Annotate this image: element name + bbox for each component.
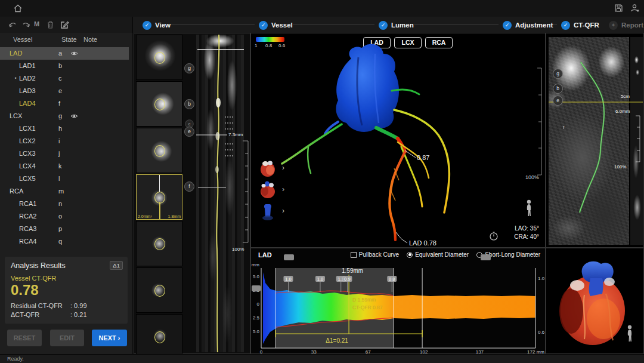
zoom-level-label: 100% [525, 174, 539, 180]
reset-button[interactable]: RESET [7, 330, 42, 346]
coronary-tree-render[interactable]: 0.87 LAD 0.78 [251, 33, 546, 248]
vessel-tree-3d-view[interactable]: 1 0.8 0.6 LAD LCX RCA [250, 33, 546, 248]
vessel-state: q [58, 235, 62, 248]
lesion-diameter-text: D 1.59mm [352, 297, 376, 303]
tab-view[interactable]: ✓ View [143, 19, 171, 31]
branch-badge-b[interactable]: b [553, 84, 563, 94]
branch-badge-e[interactable]: e [553, 96, 563, 106]
vessel-state: f [58, 97, 60, 110]
svg-text:1.0: 1.0 [538, 276, 545, 281]
vessel-path[interactable] [580, 62, 604, 213]
vessel-state: c [58, 72, 62, 85]
zoom-level-label: 100% [614, 164, 626, 170]
branch-label-f: f [563, 125, 564, 130]
redo-icon[interactable] [21, 20, 31, 30]
cross-section-thumb-3[interactable] [136, 128, 182, 173]
vessel-row-rca3[interactable]: RCA3p [0, 223, 129, 235]
vessel-row-lcx4[interactable]: LCX4k [0, 160, 129, 173]
scale-label: 5cm [614, 94, 630, 99]
vessel-ctqfr-label: Vessel CT-QFR [11, 275, 56, 282]
vessel-row-lad1[interactable]: LAD1b [0, 60, 129, 72]
curved-mpr-view[interactable]: g b e f 5cm 6.0mm 100% [546, 33, 644, 248]
vessel-state: h [58, 122, 62, 135]
delete-icon[interactable] [45, 20, 55, 30]
view-angle-labels: LAO: 35° CRA: 40° [514, 224, 539, 241]
vessel-row-rca2[interactable]: RCA2o [0, 210, 129, 223]
vessel-name: RCA4 [19, 235, 36, 248]
tab-ct-qfr[interactable]: ✓ CT-QFR [561, 19, 599, 31]
edit-annotation-icon[interactable] [60, 20, 70, 30]
vessel-state: o [58, 210, 62, 223]
delta-badge[interactable]: Δ1 [110, 261, 123, 270]
tab-adjustment[interactable]: ✓ Adjustment [503, 19, 553, 31]
vessel-row-lcx3[interactable]: LCX3j [0, 147, 129, 160]
next-button[interactable]: NEXT › [92, 330, 127, 346]
y-right-ticks: 1.00.6 [538, 276, 545, 335]
lcx-branch[interactable] [282, 124, 342, 164]
vessel-row-lad4[interactable]: LAD4f [0, 97, 129, 110]
lad-branch[interactable] [389, 152, 405, 240]
ct-qfr-workstation: M ✓ View ✓ Vessel ✓ Lumen ✓ Adjustment ✓ [0, 0, 644, 363]
vessel-row-rca4[interactable]: RCA4q [0, 235, 129, 248]
visibility-eye-icon[interactable] [70, 51, 78, 56]
heart-preset-aorta[interactable]: › [258, 202, 278, 221]
cross-section-thumb-5[interactable] [136, 221, 182, 266]
y-left-ticks: 5.02.502.55.0 [253, 274, 260, 334]
undo-icon[interactable] [8, 20, 18, 30]
cross-section-thumb-2[interactable] [136, 81, 182, 127]
vessel-row-lad[interactable]: LADa [0, 47, 129, 60]
top-bar [0, 0, 644, 17]
heart-preset-lcx[interactable]: › [258, 180, 278, 199]
cross-section-thumb-4-selected[interactable]: 2.0mm² 1.8mm [136, 174, 182, 220]
branch-badge-g[interactable]: g [553, 69, 563, 79]
vessel-row-lad3[interactable]: LAD3e [0, 85, 129, 97]
lao-angle: LAO: 35° [514, 224, 539, 233]
reset-view-icon[interactable] [490, 232, 497, 240]
tab-lumen[interactable]: ✓ Lumen [379, 19, 414, 31]
mpr-overlay [546, 33, 644, 248]
measure-line [159, 175, 160, 192]
scale-ruler [636, 116, 640, 162]
cross-section-thumb-7[interactable] [136, 314, 182, 359]
cross-section-thumb-6[interactable] [136, 267, 182, 313]
vessel-row-rca1[interactable]: RCA1n [0, 198, 129, 210]
svg-text:0: 0 [257, 302, 260, 307]
col-state: State [61, 36, 77, 43]
status-message: Ready. [7, 356, 24, 362]
check-icon: ✓ [259, 21, 268, 30]
tab-report[interactable]: ✶ Report [609, 19, 643, 31]
vessel-row-rca[interactable]: RCAm [0, 185, 129, 198]
vessel-list: LADaLAD1b‣LAD2cLAD3eLAD4fLCXgLCX1hLCX2iL… [0, 47, 129, 248]
vessel-row-lcx1[interactable]: LCX1h [0, 122, 129, 135]
tab-vessel[interactable]: ✓ Vessel [259, 19, 293, 31]
pullback-chart[interactable]: 1.59mm Δ1=0.21 D 1.59mm CT-QFR 0.87 mm 5… [251, 248, 546, 355]
user-logout-icon[interactable] [630, 4, 640, 13]
heart-3d-view[interactable] [546, 248, 644, 354]
stenosis-value-label: 0.87 [417, 154, 429, 161]
straightened-cpr-view[interactable]: 7.3mm 100% [190, 33, 250, 353]
svg-text:1.0: 1.0 [317, 276, 323, 282]
lumen-diameter-label: 1.8mm [168, 214, 181, 219]
vessel-row-lcx2[interactable]: LCX2i [0, 135, 129, 147]
current-marker: ‣ [14, 72, 17, 85]
vessel-row-lad2[interactable]: ‣LAD2c [0, 72, 129, 85]
save-icon[interactable] [614, 4, 623, 13]
edit-button[interactable]: EDIT [50, 330, 84, 346]
heart-preset-lad[interactable]: › [258, 159, 278, 178]
vessel-state: m [58, 185, 64, 198]
vessel-name: RCA [10, 185, 23, 198]
vessel-name: LAD1 [19, 60, 36, 72]
visibility-eye-icon[interactable] [70, 113, 78, 119]
aorta[interactable] [336, 44, 399, 132]
vessel-row-lcx5[interactable]: LCX5l [0, 173, 129, 185]
vessel-row-lcx[interactable]: LCXg [0, 110, 129, 122]
measure-tool-button[interactable]: M [34, 20, 39, 27]
vessel-state: j [58, 147, 60, 160]
check-icon: ✓ [561, 21, 570, 30]
analysis-results-panel: Analysis Results Δ1 Vessel CT-QFR 0.78 R… [5, 257, 128, 324]
vessel-name: LCX2 [19, 135, 36, 147]
cross-section-thumb-1[interactable] [136, 35, 182, 80]
vessel-list-header: Vessel State Note [0, 34, 132, 46]
vessel-state: l [58, 173, 60, 185]
home-icon[interactable] [13, 4, 23, 13]
